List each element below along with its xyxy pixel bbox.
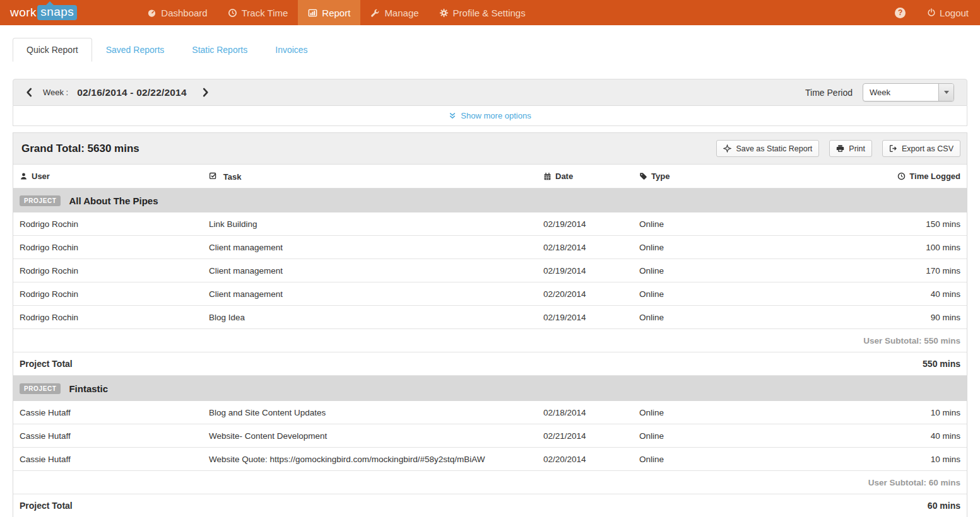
wrench-icon (370, 8, 380, 18)
topbar-right: Logout (895, 8, 980, 18)
project-total-label: Project Total (20, 501, 928, 511)
cell-time: 40 mins (866, 289, 960, 299)
clock-icon (897, 172, 906, 180)
calendar-icon (543, 172, 552, 180)
table-row[interactable]: Cassie Hutaff Website- Content Developme… (13, 424, 967, 448)
week-selector-bar: Week : 02/16/2014 - 02/22/2014 Time Peri… (13, 79, 967, 106)
cell-date: 02/19/2014 (543, 313, 639, 322)
cell-task: Client management (209, 243, 543, 252)
cell-task: Blog Idea (209, 313, 543, 322)
cell-date: 02/18/2014 (543, 408, 639, 417)
bar-chart-icon (308, 8, 317, 18)
cell-time: 10 mins (866, 408, 960, 417)
nav-item-track-time[interactable]: Track Time (218, 0, 298, 25)
next-week-button[interactable] (199, 86, 211, 98)
nav-item-label: Report (322, 8, 350, 18)
user-subtotal-row: User Subtotal: 60 mins (13, 471, 967, 494)
table-row[interactable]: Rodrigo Rochin Blog Idea 02/19/2014 Onli… (13, 306, 967, 329)
cell-task: Blog and Site Content Updates (209, 408, 543, 417)
print-button[interactable]: Print (829, 140, 872, 157)
tag-icon (639, 172, 647, 180)
time-period-group: Time Period Week (805, 83, 957, 102)
user-subtotal-text: User Subtotal: 60 mins (868, 478, 960, 487)
week-range-value: 02/16/2014 - 02/22/2014 (77, 87, 187, 98)
project-total-row: Project Total 550 mins (13, 352, 967, 376)
nav-item-report[interactable]: Report (298, 0, 360, 25)
cell-user: Rodrigo Rochin (20, 219, 209, 229)
nav-item-dashboard[interactable]: Dashboard (137, 0, 217, 25)
nav-item-manage[interactable]: Manage (360, 0, 428, 25)
column-header-task-label: Task (223, 172, 242, 182)
cell-type: Online (639, 431, 866, 441)
previous-week-button[interactable] (23, 86, 35, 98)
nav-item-label: Manage (384, 8, 418, 18)
tab-saved-reports[interactable]: Saved Reports (92, 38, 179, 62)
user-icon (20, 172, 28, 180)
table-header-row: User Task Date Type Time Logged (13, 165, 967, 189)
column-header-user: User (20, 171, 209, 181)
save-as-static-report-label: Save as Static Report (736, 144, 812, 153)
gear-icon (439, 8, 449, 18)
report-panel: Grand Total: 5630 mins Save as Static Re… (13, 132, 967, 517)
user-subtotal-row: User Subtotal: 550 mins (13, 329, 967, 352)
chevron-left-icon (25, 88, 34, 97)
cell-time: 150 mins (866, 219, 960, 229)
cell-user: Cassie Hutaff (20, 431, 209, 441)
cell-user: Cassie Hutaff (20, 455, 209, 464)
project-badge: PROJECT (20, 195, 61, 206)
table-row[interactable]: Cassie Hutaff Website Quote: https://gom… (13, 448, 967, 471)
tachometer-icon (147, 8, 156, 18)
week-label: Week : (43, 88, 68, 97)
export-as-csv-button[interactable]: Export as CSV (882, 140, 960, 157)
column-header-date-label: Date (555, 171, 573, 181)
time-period-select[interactable]: Week (863, 83, 954, 102)
clock-icon (228, 8, 237, 18)
time-period-selected-value: Week (863, 88, 938, 97)
question-circle-icon[interactable] (895, 8, 906, 18)
cell-task: Client management (209, 289, 543, 299)
nav-item-profile-settings[interactable]: Profile & Settings (429, 0, 536, 25)
cell-user: Rodrigo Rochin (20, 313, 209, 322)
report-actions: Save as Static Report Print Export as CS… (716, 140, 960, 157)
tab-quick-report[interactable]: Quick Report (13, 38, 92, 62)
cell-type: Online (639, 455, 866, 464)
report-tabs: Quick Report Saved Reports Static Report… (13, 38, 967, 62)
column-header-user-label: User (32, 171, 50, 181)
cell-date: 02/19/2014 (543, 219, 639, 229)
cell-type: Online (639, 289, 866, 299)
cell-user: Rodrigo Rochin (20, 266, 209, 276)
tab-invoices[interactable]: Invoices (261, 38, 321, 62)
chevron-down-icon (938, 84, 953, 101)
column-header-type-label: Type (651, 171, 670, 181)
cell-type: Online (639, 313, 866, 322)
column-header-type: Type (639, 171, 866, 181)
double-chevron-down-icon (449, 112, 456, 120)
project-total-value: 550 mins (923, 359, 960, 369)
cell-task: Website Quote: https://gomockingbird.com… (209, 455, 543, 464)
cell-date: 02/19/2014 (543, 266, 639, 276)
project-total-value: 60 mins (928, 501, 960, 511)
table-row[interactable]: Rodrigo Rochin Client management 02/19/2… (13, 259, 967, 282)
cell-date: 02/20/2014 (543, 455, 639, 464)
power-icon (927, 8, 936, 17)
printer-icon (836, 144, 844, 153)
tab-static-reports[interactable]: Static Reports (178, 38, 261, 62)
cell-date: 02/21/2014 (543, 431, 639, 441)
save-as-static-report-button[interactable]: Save as Static Report (716, 140, 819, 157)
show-more-options-label: Show more options (461, 111, 531, 120)
table-row[interactable]: Rodrigo Rochin Link Building 02/19/2014 … (13, 212, 967, 236)
table-row[interactable]: Rodrigo Rochin Client management 02/20/2… (13, 282, 967, 306)
table-row[interactable]: Cassie Hutaff Blog and Site Content Upda… (13, 401, 967, 424)
logo-snaps-text: snaps (37, 5, 77, 20)
chevron-right-icon (201, 88, 210, 97)
worksnaps-logo[interactable]: worksnaps (10, 5, 77, 20)
logout-button[interactable]: Logout (927, 8, 969, 18)
cell-time: 10 mins (866, 455, 960, 464)
nav-item-label: Dashboard (161, 8, 207, 18)
project-total-row: Project Total 60 mins (13, 494, 967, 517)
show-more-options-link[interactable]: Show more options (13, 106, 967, 126)
table-row[interactable]: Rodrigo Rochin Client management 02/18/2… (13, 236, 967, 259)
top-navigation-bar: worksnaps Dashboard Track Time Report Ma… (0, 0, 980, 25)
cell-task: Website- Content Development (209, 431, 543, 441)
nav-item-label: Track Time (242, 8, 288, 18)
